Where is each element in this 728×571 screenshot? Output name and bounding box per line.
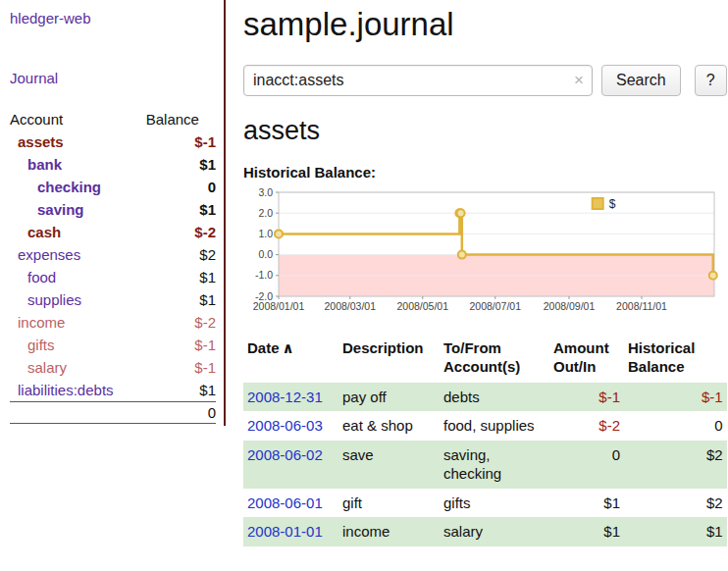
account-name-cell: bank bbox=[10, 153, 146, 176]
search-form: × Search ? bbox=[243, 65, 727, 96]
register-date-cell: 2008-12-31 bbox=[243, 383, 338, 412]
account-name-cell: salary bbox=[10, 356, 146, 379]
register-date-link[interactable]: 2008-06-01 bbox=[247, 494, 323, 511]
svg-text:2008/11/01: 2008/11/01 bbox=[616, 300, 667, 312]
register-date-cell: 2008-06-03 bbox=[243, 411, 338, 441]
account-row: checking0 bbox=[10, 176, 216, 198]
account-link-liabilities-debts[interactable]: liabilities:debts bbox=[18, 382, 114, 398]
account-link-expenses[interactable]: expenses bbox=[18, 246, 80, 263]
register-balance-cell: $-1 bbox=[624, 383, 727, 412]
account-row: cash$-2 bbox=[10, 221, 216, 243]
account-row: saving$1 bbox=[10, 198, 216, 221]
account-balance: 0 bbox=[146, 176, 216, 198]
account-name-cell: cash bbox=[10, 221, 146, 243]
register-accounts-cell: food, supplies bbox=[440, 411, 549, 441]
register-table: Date∧ Description To/From Account(s) Amo… bbox=[243, 337, 727, 546]
account-name-cell: checking bbox=[10, 176, 146, 198]
register-row: 2008-06-02savesaving, checking0$2 bbox=[243, 441, 727, 489]
account-name-cell: liabilities:debts bbox=[10, 379, 146, 402]
account-name-cell: supplies bbox=[10, 288, 146, 311]
account-link-gifts[interactable]: gifts bbox=[27, 337, 55, 353]
account-balance: $1 bbox=[146, 153, 216, 176]
accounts-total-value: 0 bbox=[146, 402, 216, 424]
account-row: food$1 bbox=[10, 266, 216, 288]
svg-text:2008/09/01: 2008/09/01 bbox=[544, 300, 596, 312]
account-row: expenses$2 bbox=[10, 243, 216, 266]
app-window: hledger-web Journal Account Balance asse… bbox=[0, 0, 728, 546]
account-row: supplies$1 bbox=[10, 288, 216, 311]
brand-link[interactable]: hledger-web bbox=[10, 10, 216, 26]
svg-text:2.0: 2.0 bbox=[258, 207, 273, 219]
account-balance: $-1 bbox=[146, 356, 216, 379]
register-date-cell: 2008-01-01 bbox=[243, 517, 338, 546]
register-header-accounts: To/From Account(s) bbox=[440, 337, 549, 383]
search-input[interactable] bbox=[243, 65, 593, 96]
account-link-food[interactable]: food bbox=[27, 269, 56, 286]
register-amount-cell: $1 bbox=[549, 517, 624, 546]
register-row: 2008-06-03eat & shopfood, supplies$-20 bbox=[243, 411, 727, 441]
account-balance: $1 bbox=[146, 288, 216, 311]
account-link-saving[interactable]: saving bbox=[37, 201, 84, 218]
account-name-cell: food bbox=[10, 266, 146, 288]
svg-text:2008/05/01: 2008/05/01 bbox=[397, 300, 449, 312]
account-name-cell: gifts bbox=[10, 334, 146, 356]
help-button[interactable]: ? bbox=[695, 65, 727, 96]
account-heading: assets bbox=[243, 116, 727, 146]
register-description-cell: income bbox=[338, 517, 440, 546]
register-accounts-cell: gifts bbox=[440, 489, 549, 518]
account-link-assets[interactable]: assets bbox=[18, 133, 64, 150]
account-link-supplies[interactable]: supplies bbox=[27, 291, 81, 308]
svg-text:2008/03/01: 2008/03/01 bbox=[325, 300, 377, 312]
register-accounts-cell: saving, checking bbox=[440, 441, 549, 489]
register-balance-cell: $2 bbox=[624, 489, 727, 518]
register-date-link[interactable]: 2008-12-31 bbox=[247, 389, 323, 405]
register-description-cell: save bbox=[338, 441, 440, 489]
chart-title: Historical Balance: bbox=[243, 164, 727, 181]
register-amount-cell: 0 bbox=[549, 441, 624, 489]
account-name-cell: income bbox=[10, 311, 146, 334]
svg-text:2008/01/01: 2008/01/01 bbox=[253, 300, 305, 312]
register-date-link[interactable]: 2008-01-01 bbox=[247, 523, 323, 540]
register-balance-cell: $1 bbox=[624, 517, 727, 546]
account-name-cell: expenses bbox=[10, 243, 146, 266]
register-date-cell: 2008-06-02 bbox=[243, 441, 338, 489]
register-header-date[interactable]: Date bbox=[247, 339, 280, 356]
sort-ascending-icon[interactable]: ∧ bbox=[283, 339, 294, 356]
register-accounts-cell: debts bbox=[440, 383, 549, 412]
register-balance-cell: 0 bbox=[624, 411, 727, 441]
account-balance: $2 bbox=[146, 243, 216, 266]
page-title: sample.journal bbox=[243, 6, 727, 43]
sidebar-item-journal[interactable]: Journal bbox=[10, 70, 216, 86]
svg-text:-1.0: -1.0 bbox=[255, 269, 273, 281]
accounts-total-spacer bbox=[10, 402, 146, 424]
account-link-checking[interactable]: checking bbox=[37, 179, 101, 195]
sidebar: hledger-web Journal Account Balance asse… bbox=[0, 0, 226, 426]
account-balance: $-2 bbox=[146, 221, 216, 243]
clear-search-icon[interactable]: × bbox=[574, 71, 584, 90]
register-description-cell: gift bbox=[338, 489, 440, 518]
accounts-total-row: 0 bbox=[10, 402, 216, 424]
account-row: bank$1 bbox=[10, 153, 216, 176]
register-date-link[interactable]: 2008-06-03 bbox=[247, 417, 323, 434]
search-button[interactable]: Search bbox=[601, 65, 681, 96]
account-link-income[interactable]: income bbox=[18, 314, 65, 331]
account-link-bank[interactable]: bank bbox=[27, 156, 62, 173]
register-balance-cell: $2 bbox=[624, 441, 727, 489]
account-balance: $-2 bbox=[146, 311, 216, 334]
account-balance: $1 bbox=[146, 198, 216, 221]
register-description-cell: eat & shop bbox=[338, 411, 440, 441]
register-accounts-cell: salary bbox=[440, 517, 549, 546]
account-link-cash[interactable]: cash bbox=[27, 224, 61, 240]
register-row: 2008-01-01incomesalary$1$1 bbox=[243, 517, 727, 546]
register-date-link[interactable]: 2008-06-02 bbox=[247, 446, 323, 463]
account-link-salary[interactable]: salary bbox=[27, 359, 67, 376]
register-description-cell: pay off bbox=[338, 383, 440, 412]
account-balance: $1 bbox=[146, 266, 216, 288]
register-row: 2008-06-01giftgifts$1$2 bbox=[243, 489, 727, 518]
svg-text:1.0: 1.0 bbox=[258, 228, 273, 239]
main-content: sample.journal × Search ? assets Histori… bbox=[226, 0, 728, 546]
accounts-table: Account Balance assets$-1bank$1checking0… bbox=[10, 108, 216, 424]
account-balance: $-1 bbox=[146, 334, 216, 356]
register-header-balance: Historical Balance bbox=[624, 337, 727, 383]
svg-text:3.0: 3.0 bbox=[258, 188, 273, 198]
